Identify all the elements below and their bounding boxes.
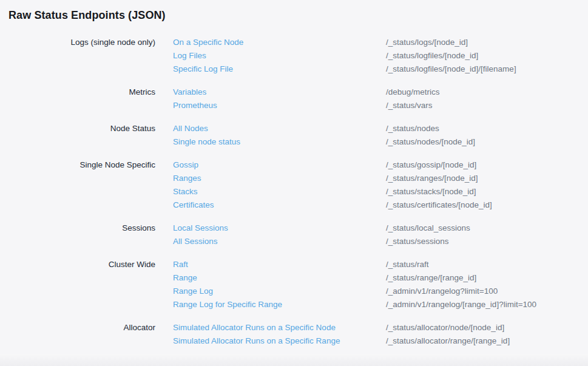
category-label: Cluster Wide bbox=[8, 258, 155, 311]
endpoint-link[interactable]: All Sessions bbox=[173, 235, 218, 248]
endpoint-link[interactable]: Stacks bbox=[173, 185, 198, 198]
endpoint-link[interactable]: Variables bbox=[173, 86, 206, 99]
endpoint-section-row: SessionsLocal SessionsAll Sessions/_stat… bbox=[8, 222, 580, 248]
endpoint-path: /_status/allocator/node/[node_id] bbox=[386, 321, 580, 334]
endpoint-path: /_status/certificates/[node_id] bbox=[386, 198, 580, 212]
endpoint-link[interactable]: Range Log bbox=[173, 285, 213, 298]
debug-page: Raw Status Endpoints (JSON) Logs (single… bbox=[0, 0, 588, 348]
endpoint-path: /_status/logs/[node_id] bbox=[386, 36, 580, 49]
endpoint-path: /_status/ranges/[node_id] bbox=[386, 172, 580, 185]
endpoint-paths-column: /_status/allocator/node/[node_id]/_statu… bbox=[386, 321, 580, 348]
page-title: Raw Status Endpoints (JSON) bbox=[8, 8, 580, 22]
endpoint-path: /_status/range/[range_id] bbox=[386, 271, 580, 285]
endpoint-paths-column: /_status/logs/[node_id]/_status/logfiles… bbox=[386, 36, 580, 76]
endpoint-section-row: Single Node SpecificGossipRangesStacksCe… bbox=[8, 158, 580, 212]
raw-status-endpoints-table: Logs (single node only)On a Specific Nod… bbox=[8, 36, 580, 348]
category-label: Node Status bbox=[8, 122, 155, 149]
category-label: Allocator bbox=[8, 321, 155, 348]
endpoint-path: /_status/vars bbox=[386, 99, 580, 112]
endpoint-link[interactable]: Range bbox=[173, 271, 197, 285]
endpoint-paths-column: /_status/raft/_status/range/[range_id]/_… bbox=[386, 258, 580, 311]
endpoint-links-column: All NodesSingle node status bbox=[173, 122, 368, 149]
endpoint-link[interactable]: Raft bbox=[173, 258, 188, 271]
endpoint-path: /_status/stacks/[node_id] bbox=[386, 185, 580, 198]
endpoint-path: /_status/logfiles/[node_id]/[filename] bbox=[386, 63, 580, 76]
endpoint-link[interactable]: Single node status bbox=[173, 135, 240, 149]
endpoint-section-row: Node StatusAll NodesSingle node status/_… bbox=[8, 122, 580, 149]
endpoint-links-column: VariablesPrometheus bbox=[173, 86, 368, 112]
endpoint-path: /_status/logfiles/[node_id] bbox=[386, 49, 580, 63]
category-label: Logs (single node only) bbox=[8, 36, 155, 76]
endpoint-path: /_status/allocator/range/[range_id] bbox=[386, 334, 580, 348]
endpoint-paths-column: /debug/metrics/_status/vars bbox=[386, 86, 580, 112]
endpoint-path: /_status/nodes/[node_id] bbox=[386, 135, 580, 149]
endpoint-link[interactable]: Prometheus bbox=[173, 99, 217, 112]
endpoint-path: /_status/raft bbox=[386, 258, 580, 271]
endpoint-link[interactable]: Simulated Allocator Runs on a Specific R… bbox=[173, 334, 340, 348]
endpoint-link[interactable]: Simulated Allocator Runs on a Specific N… bbox=[173, 321, 336, 334]
endpoint-section-row: MetricsVariablesPrometheus/debug/metrics… bbox=[8, 86, 580, 112]
endpoint-links-column: Local SessionsAll Sessions bbox=[173, 222, 368, 248]
endpoint-path: /_status/local_sessions bbox=[386, 222, 580, 235]
endpoint-links-column: On a Specific NodeLog FilesSpecific Log … bbox=[173, 36, 368, 76]
endpoint-path: /_status/gossip/[node_id] bbox=[386, 158, 580, 172]
endpoint-link[interactable]: On a Specific Node bbox=[173, 36, 243, 49]
endpoint-links-column: GossipRangesStacksCertificates bbox=[173, 158, 368, 212]
page-bottom-edge bbox=[0, 354, 588, 366]
endpoint-link[interactable]: Specific Log File bbox=[173, 63, 233, 76]
endpoint-link[interactable]: Gossip bbox=[173, 158, 198, 172]
endpoint-path: /debug/metrics bbox=[386, 86, 580, 99]
endpoint-paths-column: /_status/gossip/[node_id]/_status/ranges… bbox=[386, 158, 580, 212]
endpoint-path: /_status/nodes bbox=[386, 122, 580, 135]
endpoint-link[interactable]: Certificates bbox=[173, 198, 214, 212]
category-label: Sessions bbox=[8, 222, 155, 248]
category-label: Single Node Specific bbox=[8, 158, 155, 212]
endpoint-path: /_admin/v1/rangelog?limit=100 bbox=[386, 285, 580, 298]
endpoint-link[interactable]: Local Sessions bbox=[173, 222, 228, 235]
category-label: Metrics bbox=[8, 86, 155, 112]
endpoint-links-column: RaftRangeRange LogRange Log for Specific… bbox=[173, 258, 368, 311]
endpoint-link[interactable]: Range Log for Specific Range bbox=[173, 298, 282, 311]
endpoint-paths-column: /_status/nodes/_status/nodes/[node_id] bbox=[386, 122, 580, 149]
endpoint-path: /_status/sessions bbox=[386, 235, 580, 248]
endpoint-link[interactable]: All Nodes bbox=[173, 122, 208, 135]
endpoint-section-row: AllocatorSimulated Allocator Runs on a S… bbox=[8, 321, 580, 348]
endpoint-link[interactable]: Ranges bbox=[173, 172, 201, 185]
endpoint-path: /_admin/v1/rangelog/[range_id]?limit=100 bbox=[386, 298, 580, 311]
endpoint-links-column: Simulated Allocator Runs on a Specific N… bbox=[173, 321, 368, 348]
endpoint-link[interactable]: Log Files bbox=[173, 49, 206, 63]
endpoint-section-row: Logs (single node only)On a Specific Nod… bbox=[8, 36, 580, 76]
endpoint-section-row: Cluster WideRaftRangeRange LogRange Log … bbox=[8, 258, 580, 311]
endpoint-paths-column: /_status/local_sessions/_status/sessions bbox=[386, 222, 580, 248]
